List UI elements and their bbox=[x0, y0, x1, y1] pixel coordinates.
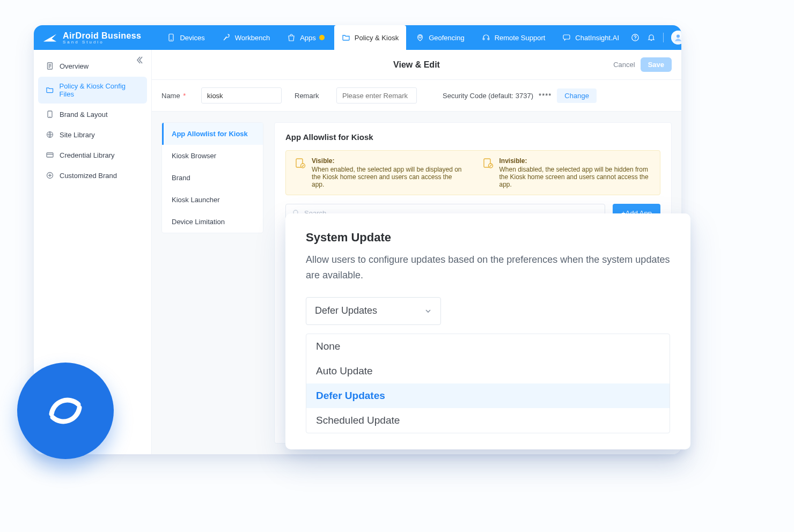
sidebar-item-overview[interactable]: Overview bbox=[38, 56, 147, 76]
invisible-icon bbox=[482, 157, 494, 169]
top-actions bbox=[631, 31, 681, 45]
bell-icon[interactable] bbox=[647, 33, 656, 42]
sidebar-item-label: Brand & Layout bbox=[60, 110, 108, 119]
security-code-block: Security Code (default: 3737) **** Chang… bbox=[443, 88, 597, 103]
nav-label: Policy & Kiosk bbox=[355, 34, 399, 42]
wrench-icon bbox=[222, 33, 231, 42]
badge-dot-icon bbox=[319, 35, 325, 40]
tab-kiosk-launcher[interactable]: Kiosk Launcher bbox=[162, 189, 263, 211]
chevron-down-icon bbox=[424, 307, 432, 315]
top-nav: AirDroid Business Sand Studio Devices Wo… bbox=[34, 25, 681, 50]
security-code-label: Security Code (default: 3737) bbox=[443, 92, 533, 100]
nav-label: Workbench bbox=[235, 34, 270, 42]
sidebar-item-credential-library[interactable]: Credential Library bbox=[38, 145, 147, 165]
nav-workbench[interactable]: Workbench bbox=[215, 25, 278, 50]
option-scheduled-update[interactable]: Scheduled Update bbox=[306, 408, 670, 433]
tab-kiosk-browser[interactable]: Kiosk Browser bbox=[162, 145, 263, 167]
cancel-button[interactable]: Cancel bbox=[613, 61, 635, 69]
svg-point-11 bbox=[49, 116, 50, 117]
option-none[interactable]: None bbox=[306, 334, 670, 359]
tab-device-limitation[interactable]: Device Limitation bbox=[162, 211, 263, 233]
globe-icon bbox=[46, 130, 54, 139]
visible-title: Visible: bbox=[312, 157, 464, 165]
bag-icon bbox=[287, 33, 296, 42]
headset-icon bbox=[482, 33, 490, 42]
page-header: View & Edit Cancel Save bbox=[152, 50, 681, 80]
card-icon bbox=[46, 151, 54, 159]
nav-devices[interactable]: Devices bbox=[159, 25, 212, 50]
update-options-menu: None Auto Update Defer Updates Scheduled… bbox=[306, 334, 670, 433]
folder-icon bbox=[342, 33, 350, 42]
option-defer-updates[interactable]: Defer Updates bbox=[306, 383, 670, 408]
overlay-title: System Update bbox=[306, 231, 670, 245]
nav-label: Geofencing bbox=[429, 34, 465, 42]
brand-logo-icon bbox=[42, 31, 57, 44]
chat-icon bbox=[562, 33, 571, 42]
change-button[interactable]: Change bbox=[557, 88, 597, 103]
sidebar-item-label: Customized Brand bbox=[60, 172, 117, 180]
nav-chatinsight[interactable]: ChatInsight.AI bbox=[555, 25, 627, 50]
sidebar-item-policy-config[interactable]: Policy & Kiosk Config Files bbox=[38, 77, 147, 104]
select-value: Defer Updates bbox=[315, 305, 377, 316]
remark-input[interactable] bbox=[336, 87, 417, 104]
nav-policy-kiosk[interactable]: Policy & Kiosk bbox=[334, 25, 406, 50]
system-update-card: System Update Allow users to configure u… bbox=[285, 213, 690, 449]
device-icon bbox=[167, 33, 175, 42]
nav-label: Apps bbox=[300, 34, 316, 42]
doc-icon bbox=[46, 62, 54, 70]
update-select[interactable]: Defer Updates bbox=[306, 297, 441, 325]
invisible-desc: When disabled, the selected app will be … bbox=[499, 166, 649, 188]
settings-tabs: App Allowlist for Kiosk Kiosk Browser Br… bbox=[161, 122, 263, 233]
geo-icon bbox=[416, 33, 424, 42]
sidebar-item-label: Site Library bbox=[60, 131, 95, 139]
tab-app-allowlist[interactable]: App Allowlist for Kiosk bbox=[162, 123, 263, 145]
tab-brand[interactable]: Brand bbox=[162, 167, 263, 189]
folder-icon bbox=[46, 86, 54, 94]
visible-desc: When enabled, the selected app will be d… bbox=[312, 166, 462, 188]
svg-rect-3 bbox=[483, 38, 484, 40]
sync-fab[interactable] bbox=[17, 363, 114, 459]
svg-rect-5 bbox=[563, 35, 570, 39]
svg-rect-1 bbox=[171, 40, 172, 40]
main-nav: Devices Workbench Apps bbox=[159, 25, 627, 50]
sidebar-item-label: Overview bbox=[60, 62, 89, 70]
svg-point-7 bbox=[635, 39, 635, 40]
sync-icon bbox=[42, 387, 89, 434]
help-icon[interactable] bbox=[631, 33, 639, 42]
brand-subtitle: Sand Studio bbox=[63, 40, 141, 45]
divider bbox=[663, 33, 664, 42]
svg-rect-4 bbox=[488, 38, 489, 40]
nav-label: ChatInsight.AI bbox=[575, 34, 619, 42]
save-button[interactable]: Save bbox=[641, 57, 672, 72]
invisible-title: Invisible: bbox=[499, 157, 652, 165]
collapse-icon[interactable] bbox=[136, 55, 146, 65]
svg-point-2 bbox=[419, 35, 422, 38]
nav-label: Remote Support bbox=[495, 34, 546, 42]
panel-title: App Allowlist for Kiosk bbox=[285, 132, 660, 142]
form-row: Name * Remark Security Code (default: 37… bbox=[152, 80, 681, 112]
name-input[interactable] bbox=[201, 87, 282, 104]
svg-point-8 bbox=[677, 34, 680, 38]
plus-circle-icon bbox=[46, 171, 54, 180]
avatar[interactable] bbox=[671, 31, 681, 45]
name-label: Name * bbox=[161, 92, 192, 100]
security-code-mask: **** bbox=[539, 92, 552, 100]
page-title: View & Edit bbox=[393, 60, 440, 70]
nav-remote-support[interactable]: Remote Support bbox=[474, 25, 553, 50]
device-icon bbox=[46, 110, 54, 119]
svg-rect-13 bbox=[47, 153, 53, 157]
nav-geofencing[interactable]: Geofencing bbox=[408, 25, 472, 50]
brand: AirDroid Business Sand Studio bbox=[42, 31, 144, 45]
visible-icon bbox=[295, 157, 306, 169]
sidebar-item-label: Credential Library bbox=[60, 151, 115, 159]
overlay-desc: Allow users to configure updates based o… bbox=[306, 252, 670, 283]
sidebar-item-customized-brand[interactable]: Customized Brand bbox=[38, 166, 147, 185]
sidebar-item-label: Policy & Kiosk Config Files bbox=[59, 82, 139, 98]
nav-label: Devices bbox=[180, 34, 204, 42]
sidebar-item-brand-layout[interactable]: Brand & Layout bbox=[38, 105, 147, 124]
info-banner: Visible: When enabled, the selected app … bbox=[285, 150, 660, 195]
option-auto-update[interactable]: Auto Update bbox=[306, 359, 670, 383]
sidebar-item-site-library[interactable]: Site Library bbox=[38, 125, 147, 144]
remark-label: Remark bbox=[295, 92, 327, 100]
nav-apps[interactable]: Apps bbox=[280, 25, 332, 50]
